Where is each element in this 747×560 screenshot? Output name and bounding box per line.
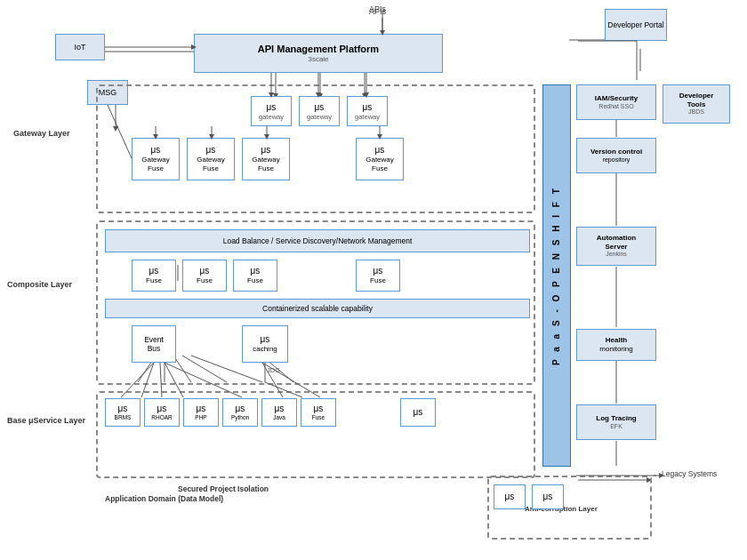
ms-anti-2: μs (532, 484, 564, 509)
version-control-box: Version control repository (576, 138, 656, 173)
ms-gw-fuse-2: μs Gateway Fuse (187, 138, 235, 180)
api-platform-sub: 3scale (308, 55, 328, 64)
ms-gw-fuse-4: μs Gateway Fuse (356, 138, 404, 180)
api-platform-title: API Management Platform (258, 44, 379, 55)
composite-layer-label: Composite Layer (7, 280, 72, 291)
log-tracing-box: Log Tracing EFK (576, 404, 656, 440)
ms-rhoar: μs RHOAR (144, 398, 180, 427)
health-monitoring-box: Health monitoring (576, 329, 656, 361)
ms-php: μs PHP (183, 398, 219, 427)
api-platform-box: API Management Platform 3scale (194, 34, 443, 73)
ms-python: μs Python (222, 398, 258, 427)
developer-portal-box: Developer Portal (605, 9, 667, 41)
apis-label-text: APIs (369, 4, 386, 13)
iam-security-box: IAM/Security Redhat SSO (576, 84, 656, 120)
event-bus-box: Event Bus (132, 325, 176, 363)
diagram-container: APIs IoT Developer Portal API Management… (0, 0, 747, 560)
iot-box: IoT (55, 34, 105, 60)
base-layer-label: Base μService Layer (7, 416, 85, 427)
legacy-systems-label: Legacy Systems (662, 469, 717, 478)
ms-brms: μs BRMS (105, 398, 141, 427)
app-domain-label: Application Domain (Data Model) (105, 494, 223, 503)
ms-caching-box: μs caching (242, 325, 288, 363)
gateway-layer-label: Gateway Layer (13, 129, 70, 140)
ms-gw-fuse-1: μs Gateway Fuse (132, 138, 180, 180)
ms-gw-fuse-3: μs Gateway Fuse (242, 138, 290, 180)
ms-fuse-2: μs Fuse (182, 260, 227, 292)
paas-openshift-box: P a a S - O P E N S H I F T (542, 84, 571, 467)
containerized-bar: Containerized scalable capability (105, 299, 530, 318)
ms-anti-1: μs (494, 484, 526, 509)
ms-java: μs Java (261, 398, 297, 427)
load-balance-bar: Load Balance / Service Discovery/Network… (105, 229, 530, 252)
jdg-label: JDG (267, 366, 280, 374)
ms-fuse-4: μs Fuse (356, 260, 400, 292)
developer-tools-box: Developer Tools JBDS (663, 84, 730, 124)
secured-isolation-label: Secured Project Isolation (178, 484, 269, 493)
ms-fuse-1: μs Fuse (132, 260, 176, 292)
ms-fuse-base: μs Fuse (301, 398, 336, 427)
ms-base-7: μs (400, 398, 436, 427)
automation-server-box: Automation Server Jenkins (576, 227, 656, 266)
ms-fuse-3: μs Fuse (233, 260, 277, 292)
